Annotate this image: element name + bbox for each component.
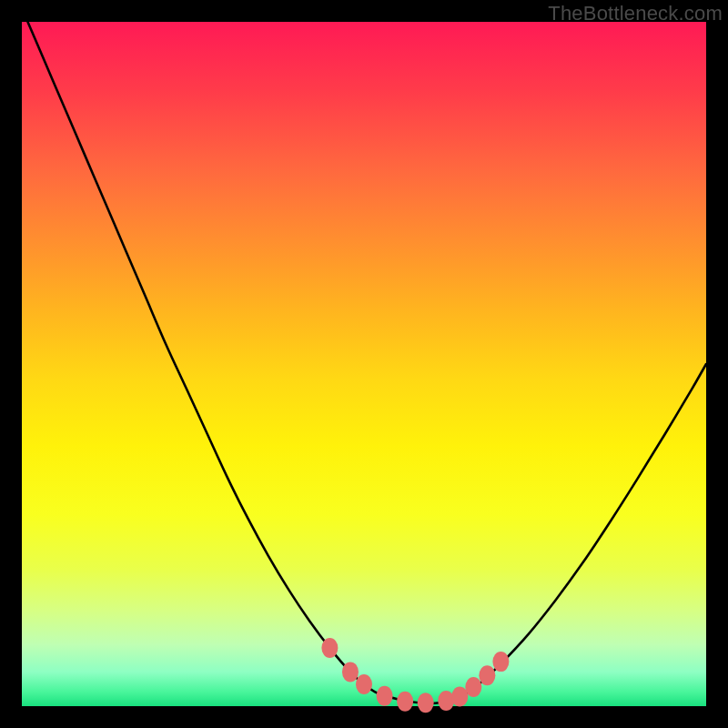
chart-frame: TheBottleneck.com	[0, 0, 728, 728]
curve-marker	[418, 693, 434, 713]
curve-marker	[397, 692, 413, 712]
curve-marker	[356, 674, 372, 694]
curve-marker	[465, 677, 481, 697]
curve-marker	[342, 662, 359, 682]
curve-marker	[438, 691, 454, 711]
curve-marker	[451, 686, 468, 706]
curve-marker	[321, 638, 338, 658]
curve-marker	[377, 686, 393, 706]
bottleneck-curve	[22, 8, 706, 703]
curve-marker	[479, 665, 495, 685]
curve-marker	[492, 652, 509, 672]
watermark-text: TheBottleneck.com	[548, 2, 723, 25]
chart-svg	[22, 22, 706, 706]
chart-plot-area	[22, 22, 706, 706]
